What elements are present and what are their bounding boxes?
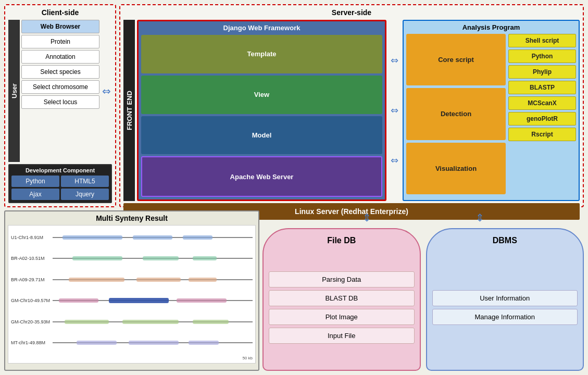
synteny-label-4: GM-Chr20-35.93M <box>11 319 53 324</box>
file-db-title: File DB <box>266 232 417 247</box>
client-side-panel: Client-side User Web Browser Protein Ann… <box>4 4 116 207</box>
dev-html5: HTML5 <box>61 176 109 187</box>
synteny-label-3: GM-Chr10-49.57M <box>11 298 53 303</box>
dev-component-panel: Development Component Python HTML5 Ajax … <box>8 164 112 203</box>
genoplotr-item: genoPlotR <box>508 112 576 126</box>
synteny-row-3: GM-Chr10-49.57M <box>11 292 253 310</box>
synteny-label-2: BR-A09-29.71M <box>11 277 53 282</box>
db-section: ⇕ ⇕ File DB Parsing Data BLAST DB Plot I… <box>262 210 584 371</box>
select-chromosome-item[interactable]: Select chromosome <box>21 80 99 94</box>
python-item: Python <box>508 49 576 63</box>
django-box: Django Web Framework Template View Model… <box>137 20 386 201</box>
analysis-content: Core script Detection Visualization Shel… <box>406 34 576 194</box>
user-label: User <box>8 20 20 162</box>
rscript-item: Rscript <box>508 128 576 141</box>
select-locus-item[interactable]: Select locus <box>21 95 99 109</box>
arrow-model: ⇔ <box>391 155 398 166</box>
synteny-label-0: U1-Chr1-8.91M <box>11 235 53 240</box>
blastp-item: BLASTP <box>508 81 576 94</box>
protein-item[interactable]: Protein <box>21 35 99 48</box>
dbms-items: User Information Manage Information <box>430 247 581 367</box>
annotation-item[interactable]: Annotation <box>21 50 99 64</box>
django-title: Django Web Framework <box>141 24 382 32</box>
arrow-view: ⇔ <box>391 105 398 116</box>
server-side-panel: Server-side FRONT END Django Web Framewo… <box>119 4 584 207</box>
db-arrow-left: ⇕ <box>362 211 371 224</box>
synteny-line-4 <box>53 312 253 331</box>
user-information-item: User Information <box>432 290 578 306</box>
db-arrows-row: ⇕ ⇕ <box>262 210 584 225</box>
layer-view: View <box>141 76 382 114</box>
synteny-title: Multi Synteny Result <box>8 214 256 222</box>
server-content: FRONT END Django Web Framework Template … <box>123 20 580 201</box>
core-script-cell: Core script <box>406 34 506 85</box>
file-db-items: Parsing Data BLAST DB Plot Image Input F… <box>266 247 417 367</box>
plot-image-item: Plot Image <box>269 309 415 325</box>
layer-template: Template <box>141 35 382 73</box>
analysis-title: Analysis Program <box>406 23 576 31</box>
dev-ajax: Ajax <box>11 189 59 200</box>
db-boxes: File DB Parsing Data BLAST DB Plot Image… <box>262 228 584 371</box>
blast-db-item: BLAST DB <box>269 290 415 306</box>
synteny-line-3 <box>53 292 253 310</box>
dbms-box: DBMS User Information Manage Information <box>426 228 584 371</box>
synteny-line-0 <box>53 228 253 246</box>
file-db-box: File DB Parsing Data BLAST DB Plot Image… <box>262 228 421 371</box>
dbms-title: DBMS <box>430 232 581 247</box>
layer-apache: Apache Web Server <box>141 156 382 197</box>
analysis-box: Analysis Program Core script Detection V… <box>403 20 580 201</box>
manage-information-item: Manage Information <box>432 309 578 325</box>
synteny-row-2: BR-A09-29.71M <box>11 270 253 289</box>
frontend-label: FRONT END <box>123 20 135 201</box>
server-title: Server-side <box>123 8 580 17</box>
synteny-label-1: BR-A02-10.51M <box>11 256 53 261</box>
user-panel: User Web Browser Protein Annotation Sele… <box>8 20 112 162</box>
input-file-item: Input File <box>269 328 415 344</box>
frontend-django: FRONT END Django Web Framework Template … <box>123 20 386 201</box>
synteny-row-5: MT-chr1-49.88M <box>11 334 253 352</box>
client-to-server-arrow: ⇔ <box>101 20 112 162</box>
synteny-line-1 <box>53 249 253 268</box>
analysis-right: Shell script Python Phylip BLASTP MCScan… <box>508 34 576 194</box>
arrow-template: ⇔ <box>391 55 398 66</box>
dev-jquery: Jquery <box>61 189 109 200</box>
mid-arrows: ⇔ ⇔ ⇔ <box>390 20 399 201</box>
synteny-chart: U1-Chr1-8.91M BR-A02-10.51M <box>8 225 256 364</box>
detection-cell: Detection <box>406 88 506 140</box>
web-browser-item[interactable]: Web Browser <box>21 20 99 33</box>
select-species-item[interactable]: Select species <box>21 65 99 79</box>
synteny-box: Multi Synteny Result U1-Chr1-8.91M BR-A0… <box>4 210 259 371</box>
top-section: Client-side User Web Browser Protein Ann… <box>4 4 584 207</box>
synteny-row-1: BR-A02-10.51M <box>11 249 253 268</box>
parsing-data-item: Parsing Data <box>269 271 415 288</box>
synteny-row-0: U1-Chr1-8.91M <box>11 228 253 246</box>
synteny-row-4: GM-Chr20-35.93M <box>11 312 253 331</box>
synteny-label-5: MT-chr1-49.88M <box>11 340 53 345</box>
bottom-section: Multi Synteny Result U1-Chr1-8.91M BR-A0… <box>4 210 584 371</box>
dev-grid: Python HTML5 Ajax Jquery <box>11 176 109 200</box>
visualization-cell: Visualization <box>406 143 506 194</box>
user-items: Web Browser Protein Annotation Select sp… <box>21 20 99 162</box>
db-arrow-right: ⇕ <box>476 211 484 224</box>
dev-python: Python <box>11 176 59 187</box>
scale-bar: 50 kb <box>11 355 253 360</box>
shell-script-item: Shell script <box>508 34 576 47</box>
dev-component-title: Development Component <box>11 167 109 173</box>
synteny-line-5 <box>53 334 253 352</box>
mcscanx-item: MCScanX <box>508 96 576 110</box>
synteny-line-2 <box>53 270 253 289</box>
layer-model: Model <box>141 116 382 155</box>
phylip-item: Phylip <box>508 65 576 79</box>
client-title: Client-side <box>8 8 112 17</box>
analysis-left: Core script Detection Visualization <box>406 34 506 194</box>
main-container: Client-side User Web Browser Protein Ann… <box>0 0 588 375</box>
